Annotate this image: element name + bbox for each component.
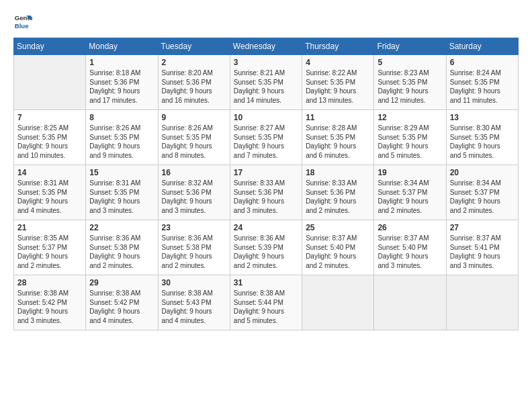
calendar-cell: 24Sunrise: 8:36 AMSunset: 5:39 PMDayligh… <box>230 220 302 275</box>
calendar-table: SundayMondayTuesdayWednesdayThursdayFrid… <box>13 38 519 330</box>
day-number: 19 <box>378 168 442 177</box>
calendar-cell: 29Sunrise: 8:38 AMSunset: 5:42 PMDayligh… <box>86 275 158 330</box>
day-info: Sunrise: 8:26 AMSunset: 5:35 PMDaylight:… <box>89 124 154 160</box>
day-number: 1 <box>89 58 154 67</box>
day-info: Sunrise: 8:35 AMSunset: 5:37 PMDaylight:… <box>17 234 82 270</box>
day-info: Sunrise: 8:25 AMSunset: 5:35 PMDaylight:… <box>17 124 82 160</box>
col-header-friday: Friday <box>374 38 446 55</box>
calendar-week-row: 14Sunrise: 8:31 AMSunset: 5:35 PMDayligh… <box>14 165 519 220</box>
day-number: 21 <box>17 223 82 232</box>
day-number: 6 <box>450 58 515 67</box>
day-info: Sunrise: 8:36 AMSunset: 5:38 PMDaylight:… <box>89 234 154 270</box>
day-number: 27 <box>450 223 515 232</box>
calendar-week-row: 1Sunrise: 8:18 AMSunset: 5:36 PMDaylight… <box>14 55 519 110</box>
calendar-cell: 13Sunrise: 8:30 AMSunset: 5:35 PMDayligh… <box>446 110 518 165</box>
calendar-cell: 14Sunrise: 8:31 AMSunset: 5:35 PMDayligh… <box>14 165 86 220</box>
day-number: 9 <box>162 113 226 122</box>
page: General Blue SundayMondayTuesdayWednesda… <box>0 0 532 411</box>
day-number: 24 <box>234 223 298 232</box>
day-info: Sunrise: 8:38 AMSunset: 5:42 PMDaylight:… <box>17 289 82 325</box>
svg-text:Blue: Blue <box>15 22 29 30</box>
calendar-cell: 12Sunrise: 8:29 AMSunset: 5:35 PMDayligh… <box>374 110 446 165</box>
day-info: Sunrise: 8:34 AMSunset: 5:37 PMDaylight:… <box>450 179 515 215</box>
col-header-tuesday: Tuesday <box>158 38 230 55</box>
day-info: Sunrise: 8:21 AMSunset: 5:35 PMDaylight:… <box>234 68 298 105</box>
day-info: Sunrise: 8:31 AMSunset: 5:35 PMDaylight:… <box>89 179 154 215</box>
calendar-week-row: 7Sunrise: 8:25 AMSunset: 5:35 PMDaylight… <box>14 110 519 165</box>
day-info: Sunrise: 8:23 AMSunset: 5:35 PMDaylight:… <box>378 68 442 105</box>
logo-icon: General Blue <box>13 12 32 31</box>
day-info: Sunrise: 8:26 AMSunset: 5:35 PMDaylight:… <box>162 124 226 160</box>
calendar-cell: 28Sunrise: 8:38 AMSunset: 5:42 PMDayligh… <box>14 275 86 330</box>
calendar-cell: 16Sunrise: 8:32 AMSunset: 5:36 PMDayligh… <box>158 165 230 220</box>
day-number: 31 <box>234 278 298 287</box>
logo: General Blue <box>13 12 35 31</box>
col-header-wednesday: Wednesday <box>230 38 302 55</box>
calendar-cell: 21Sunrise: 8:35 AMSunset: 5:37 PMDayligh… <box>14 220 86 275</box>
day-info: Sunrise: 8:32 AMSunset: 5:36 PMDaylight:… <box>162 179 226 215</box>
day-info: Sunrise: 8:38 AMSunset: 5:42 PMDaylight:… <box>89 289 154 325</box>
calendar-cell: 26Sunrise: 8:37 AMSunset: 5:40 PMDayligh… <box>374 220 446 275</box>
day-info: Sunrise: 8:29 AMSunset: 5:35 PMDaylight:… <box>378 124 442 160</box>
calendar-cell: 22Sunrise: 8:36 AMSunset: 5:38 PMDayligh… <box>86 220 158 275</box>
day-number: 29 <box>89 278 154 287</box>
calendar-cell: 2Sunrise: 8:20 AMSunset: 5:36 PMDaylight… <box>158 55 230 110</box>
col-header-saturday: Saturday <box>446 38 518 55</box>
day-info: Sunrise: 8:38 AMSunset: 5:44 PMDaylight:… <box>234 289 298 325</box>
day-info: Sunrise: 8:34 AMSunset: 5:37 PMDaylight:… <box>378 179 442 215</box>
day-info: Sunrise: 8:31 AMSunset: 5:35 PMDaylight:… <box>17 179 82 215</box>
calendar-cell: 27Sunrise: 8:37 AMSunset: 5:41 PMDayligh… <box>446 220 518 275</box>
calendar-cell: 4Sunrise: 8:22 AMSunset: 5:35 PMDaylight… <box>302 55 374 110</box>
day-number: 4 <box>306 58 370 67</box>
day-info: Sunrise: 8:20 AMSunset: 5:36 PMDaylight:… <box>162 68 226 105</box>
calendar-cell: 3Sunrise: 8:21 AMSunset: 5:35 PMDaylight… <box>230 55 302 110</box>
col-header-monday: Monday <box>86 38 158 55</box>
day-info: Sunrise: 8:22 AMSunset: 5:35 PMDaylight:… <box>306 68 370 105</box>
calendar-cell: 8Sunrise: 8:26 AMSunset: 5:35 PMDaylight… <box>86 110 158 165</box>
day-number: 2 <box>162 58 226 67</box>
col-header-thursday: Thursday <box>302 38 374 55</box>
calendar-cell: 30Sunrise: 8:38 AMSunset: 5:43 PMDayligh… <box>158 275 230 330</box>
day-number: 30 <box>162 278 226 287</box>
day-number: 28 <box>17 278 82 287</box>
calendar-cell: 19Sunrise: 8:34 AMSunset: 5:37 PMDayligh… <box>374 165 446 220</box>
calendar-cell: 31Sunrise: 8:38 AMSunset: 5:44 PMDayligh… <box>230 275 302 330</box>
day-number: 20 <box>450 168 515 177</box>
day-info: Sunrise: 8:28 AMSunset: 5:35 PMDaylight:… <box>306 124 370 160</box>
calendar-cell: 18Sunrise: 8:33 AMSunset: 5:36 PMDayligh… <box>302 165 374 220</box>
calendar-cell: 6Sunrise: 8:24 AMSunset: 5:35 PMDaylight… <box>446 55 518 110</box>
day-number: 11 <box>306 113 370 122</box>
calendar-cell <box>14 55 86 110</box>
calendar-cell: 20Sunrise: 8:34 AMSunset: 5:37 PMDayligh… <box>446 165 518 220</box>
calendar-header-row: SundayMondayTuesdayWednesdayThursdayFrid… <box>14 38 519 55</box>
day-info: Sunrise: 8:36 AMSunset: 5:39 PMDaylight:… <box>234 234 298 270</box>
day-info: Sunrise: 8:24 AMSunset: 5:35 PMDaylight:… <box>450 68 515 105</box>
calendar-cell: 1Sunrise: 8:18 AMSunset: 5:36 PMDaylight… <box>86 55 158 110</box>
day-number: 16 <box>162 168 226 177</box>
day-info: Sunrise: 8:33 AMSunset: 5:36 PMDaylight:… <box>234 179 298 215</box>
day-info: Sunrise: 8:38 AMSunset: 5:43 PMDaylight:… <box>162 289 226 325</box>
day-number: 23 <box>162 223 226 232</box>
day-number: 12 <box>378 113 442 122</box>
day-number: 15 <box>89 168 154 177</box>
calendar-week-row: 28Sunrise: 8:38 AMSunset: 5:42 PMDayligh… <box>14 275 519 330</box>
day-number: 13 <box>450 113 515 122</box>
calendar-cell: 7Sunrise: 8:25 AMSunset: 5:35 PMDaylight… <box>14 110 86 165</box>
calendar-cell: 11Sunrise: 8:28 AMSunset: 5:35 PMDayligh… <box>302 110 374 165</box>
day-info: Sunrise: 8:37 AMSunset: 5:40 PMDaylight:… <box>306 234 370 270</box>
calendar-cell: 25Sunrise: 8:37 AMSunset: 5:40 PMDayligh… <box>302 220 374 275</box>
day-number: 18 <box>306 168 370 177</box>
calendar-cell: 9Sunrise: 8:26 AMSunset: 5:35 PMDaylight… <box>158 110 230 165</box>
calendar-cell: 10Sunrise: 8:27 AMSunset: 5:35 PMDayligh… <box>230 110 302 165</box>
calendar-cell <box>302 275 374 330</box>
calendar-cell: 23Sunrise: 8:36 AMSunset: 5:38 PMDayligh… <box>158 220 230 275</box>
calendar-cell <box>374 275 446 330</box>
calendar-cell <box>446 275 518 330</box>
calendar-cell: 5Sunrise: 8:23 AMSunset: 5:35 PMDaylight… <box>374 55 446 110</box>
header: General Blue <box>13 12 519 31</box>
day-number: 26 <box>378 223 442 232</box>
calendar-week-row: 21Sunrise: 8:35 AMSunset: 5:37 PMDayligh… <box>14 220 519 275</box>
day-info: Sunrise: 8:27 AMSunset: 5:35 PMDaylight:… <box>234 124 298 160</box>
day-number: 8 <box>89 113 154 122</box>
day-number: 17 <box>234 168 298 177</box>
